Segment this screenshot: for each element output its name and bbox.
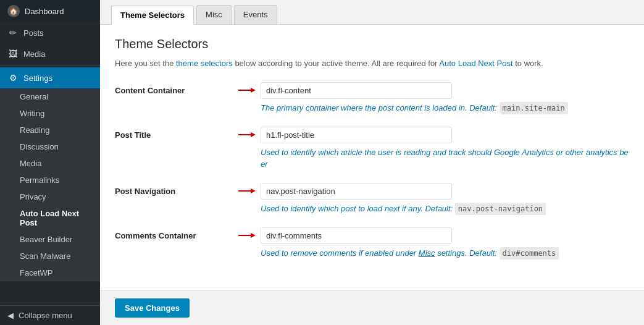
sub-item-facetwp[interactable]: FacetWP (0, 264, 100, 281)
sub-item-scan-malware[interactable]: Scan Malware (0, 248, 100, 264)
svg-marker-5 (251, 188, 256, 193)
save-bar: Save Changes (100, 290, 644, 325)
input-post-navigation[interactable] (261, 183, 452, 200)
svg-marker-3 (251, 132, 256, 137)
collapse-icon: ◀ (7, 311, 14, 320)
arrow-icon-post-title (238, 130, 256, 139)
sub-item-reading[interactable]: Reading (0, 122, 100, 138)
sidebar-item-label: Posts (23, 28, 44, 38)
misc-link[interactable]: Misc (419, 248, 435, 258)
svg-marker-7 (251, 233, 256, 238)
sidebar-item-label: Media (23, 49, 45, 59)
field-row-post-title: Post Title Used to identify which articl… (115, 127, 629, 171)
tab-misc[interactable]: Misc (196, 5, 232, 24)
field-label-post-navigation: Post Navigation (115, 183, 238, 196)
arrow-icon-post-navigation (238, 187, 256, 195)
desc-link-theme[interactable]: theme selectors (176, 59, 233, 68)
input-comments-container[interactable] (261, 227, 452, 244)
svg-marker-1 (251, 88, 256, 93)
desc-end: to work. (513, 59, 543, 68)
collapse-label: Collapse menu (19, 311, 72, 320)
desc-link-alnp[interactable]: Auto Load Next Post (439, 59, 512, 68)
field-label-post-title: Post Title (115, 127, 238, 140)
arrow-input-post-title (238, 127, 629, 143)
field-body-comments-container: Used to remove comments if enabled under… (238, 227, 629, 260)
field-body-post-title: Used to identify which article the user … (238, 127, 629, 171)
settings-icon: ⚙ (7, 72, 19, 83)
field-body-post-navigation: Used to identify which post to load next… (238, 183, 629, 215)
collapse-menu-button[interactable]: ◀ Collapse menu (0, 305, 100, 325)
field-row-post-navigation: Post Navigation Used to identify which p… (115, 183, 629, 215)
brand-label: Dashboard (25, 7, 64, 16)
sidebar-item-posts[interactable]: ✏ Posts (0, 22, 100, 43)
media-icon: 🖼 (7, 48, 19, 59)
sidebar: 🏠 Dashboard ✏ Posts 🖼 Media ⚙ Settings G… (0, 0, 100, 325)
desc-middle: below according to your active theme. Al… (233, 59, 440, 68)
sidebar-item-settings[interactable]: ⚙ Settings (0, 67, 100, 88)
sub-item-beaver-builder[interactable]: Beaver Builder (0, 231, 100, 248)
desc-start: Here you set the (115, 59, 176, 68)
save-changes-button[interactable]: Save Changes (115, 298, 190, 318)
tabs-bar: Theme Selectors Misc Events (100, 0, 644, 25)
posts-icon: ✏ (7, 27, 19, 38)
tab-theme-selectors[interactable]: Theme Selectors (111, 6, 194, 25)
content-area: Theme Selectors Here you set the theme s… (100, 25, 644, 284)
dashboard-icon: 🏠 (7, 5, 20, 17)
main-content: Theme Selectors Misc Events Theme Select… (100, 0, 644, 325)
sub-item-auto-load-next-post[interactable]: Auto Load Next Post (0, 205, 100, 231)
sidebar-divider (0, 65, 100, 66)
field-label-content-container: Content Container (115, 82, 238, 95)
field-label-comments-container: Comments Container (115, 227, 238, 240)
hint-comments-container: Used to remove comments if enabled under… (261, 247, 629, 260)
default-badge-comments-container: div#comments (500, 247, 559, 260)
arrow-input-content-container (238, 82, 629, 99)
settings-sub-menu: General Writing Reading Discussion Media… (0, 88, 100, 281)
arrow-icon-comments-container (238, 231, 256, 240)
page-description: Here you set the theme selectors below a… (115, 57, 629, 70)
input-post-title[interactable] (261, 127, 452, 143)
field-body-content-container: The primary container where the post con… (238, 82, 629, 114)
hint-content-container: The primary container where the post con… (261, 102, 629, 114)
arrow-icon-content-container (238, 86, 256, 95)
field-row-comments-container: Comments Container Used to remove commen… (115, 227, 629, 260)
sidebar-item-media[interactable]: 🖼 Media (0, 43, 100, 64)
wp-content-area: Theme Selectors Here you set the theme s… (100, 25, 644, 290)
default-badge-content-container: main.site-main (500, 102, 568, 114)
default-badge-post-navigation: nav.post-navigation (455, 203, 546, 215)
page-title: Theme Selectors (115, 37, 629, 51)
sub-item-permalinks[interactable]: Permalinks (0, 172, 100, 188)
sub-item-privacy[interactable]: Privacy (0, 188, 100, 205)
hint-post-title: Used to identify which article the user … (261, 146, 629, 171)
sidebar-brand[interactable]: 🏠 Dashboard (0, 0, 100, 22)
arrow-input-comments-container (238, 227, 629, 244)
field-row-content-container: Content Container The primary container … (115, 82, 629, 114)
sub-item-discussion[interactable]: Discussion (0, 138, 100, 155)
input-content-container[interactable] (261, 82, 452, 99)
sub-item-general[interactable]: General (0, 88, 100, 105)
sub-item-media[interactable]: Media (0, 155, 100, 172)
hint-post-navigation: Used to identify which post to load next… (261, 203, 629, 215)
sub-item-writing[interactable]: Writing (0, 105, 100, 122)
sidebar-item-label: Settings (23, 74, 52, 83)
tab-events[interactable]: Events (234, 5, 277, 24)
arrow-input-post-navigation (238, 183, 629, 200)
